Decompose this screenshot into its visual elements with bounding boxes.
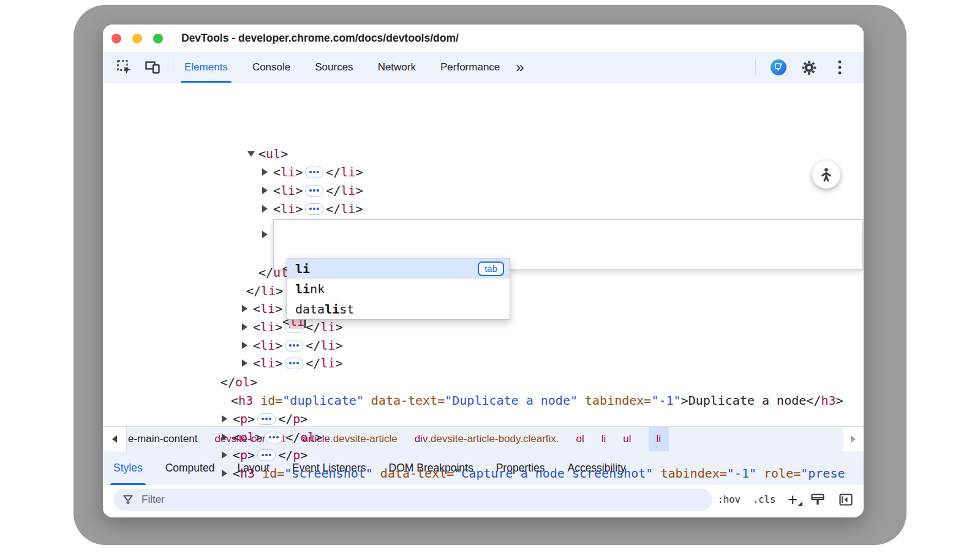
- autocomplete-item-datalist[interactable]: datalist: [287, 299, 510, 319]
- accessibility-person-icon: [818, 166, 835, 183]
- collapse-arrow-icon[interactable]: [247, 151, 255, 157]
- crumb-main-content[interactable]: e-main-content: [128, 427, 197, 451]
- crumb-div[interactable]: div.devsite-article-body.clearfix.: [415, 427, 559, 451]
- minimize-window-button[interactable]: [132, 34, 142, 43]
- tab-performance[interactable]: Performance: [440, 52, 500, 83]
- toggle-sidebar-icon[interactable]: [838, 492, 854, 508]
- expand-arrow-icon[interactable]: [222, 451, 227, 459]
- expand-arrow-icon[interactable]: [242, 323, 247, 331]
- chevron-right-icon: [851, 435, 856, 443]
- breadcrumb: e-main-content devsite-content article.d…: [103, 426, 864, 451]
- ellipsis-button[interactable]: [305, 167, 323, 178]
- tab-computed[interactable]: Computed: [165, 451, 215, 485]
- expand-arrow-icon[interactable]: [242, 342, 247, 349]
- autocomplete-item-link[interactable]: link: [287, 279, 510, 299]
- crumb-ul[interactable]: ul: [623, 427, 631, 451]
- chevron-left-icon: [112, 435, 117, 443]
- autocomplete-dropdown: li tab link datalist: [287, 258, 510, 320]
- expand-arrow-icon[interactable]: [242, 359, 247, 367]
- breadcrumb-scroll-right-button[interactable]: [843, 427, 864, 451]
- filter-field[interactable]: [113, 489, 712, 511]
- device-toolbar-icon[interactable]: [145, 59, 160, 75]
- autocomplete-item-li[interactable]: li tab: [287, 258, 510, 279]
- ai-assistant-icon[interactable]: [771, 59, 786, 75]
- toggle-element-state-button[interactable]: :hov: [718, 494, 741, 505]
- zoom-window-button[interactable]: [153, 34, 163, 43]
- window-controls: [111, 34, 163, 43]
- ellipsis-button[interactable]: [305, 185, 323, 197]
- kebab-menu-icon[interactable]: [832, 59, 848, 75]
- dom-row-li[interactable]: <li></li>: [262, 200, 363, 218]
- dom-row-ol[interactable]: <ol></ol>: [222, 428, 322, 446]
- tab-elements[interactable]: Elements: [184, 52, 228, 83]
- crumb-li[interactable]: li: [601, 427, 606, 451]
- close-window-button[interactable]: [111, 34, 121, 43]
- devtools-window: DevTools - developer.chrome.com/docs/dev…: [103, 24, 864, 517]
- dom-row-ol-close[interactable]: </ol>: [221, 373, 257, 391]
- tab-sources[interactable]: Sources: [315, 52, 353, 83]
- dom-row-h3-screenshot[interactable]: <h3 id="screenshot" data-text="Capture a…: [222, 464, 845, 483]
- ellipsis-button[interactable]: [257, 413, 276, 425]
- tab-network[interactable]: Network: [378, 52, 416, 83]
- dom-row-h3-duplicate[interactable]: <h3 id="duplicate" data-text="Duplicate …: [231, 391, 843, 410]
- tab-key-badge: tab: [478, 261, 504, 276]
- crumb-ol[interactable]: ol: [576, 427, 584, 451]
- toolbar-divider-right: [755, 59, 756, 75]
- styles-filter-bar: :hov .cls +: [103, 485, 864, 514]
- expand-arrow-icon[interactable]: [262, 205, 268, 212]
- dom-tree-panel: <ul> <li></li> <li></li> <li></li> <li>L…: [103, 83, 864, 426]
- element-classes-button[interactable]: .cls: [753, 494, 775, 505]
- crumb-li-selected[interactable]: li: [649, 427, 669, 451]
- window-title: DevTools - developer.chrome.com/docs/dev…: [181, 32, 459, 45]
- dom-row-li[interactable]: <li></li>: [262, 163, 363, 181]
- devtools-toolbar: Elements Console Sources Network Perform…: [103, 52, 864, 83]
- dom-row-ul-open[interactable]: <ul>: [247, 145, 288, 163]
- accessibility-overlay-button[interactable]: [812, 160, 840, 189]
- expand-arrow-icon[interactable]: [222, 415, 227, 423]
- dom-row-li[interactable]: <li></li>: [262, 181, 363, 200]
- ellipsis-button[interactable]: [265, 432, 283, 443]
- expand-arrow-icon[interactable]: [242, 305, 247, 312]
- settings-gear-icon[interactable]: [801, 59, 817, 75]
- ellipsis-button[interactable]: [305, 203, 323, 215]
- new-style-rule-button[interactable]: +: [788, 494, 797, 506]
- filter-input[interactable]: [140, 493, 704, 506]
- dom-row-li-close[interactable]: </li>: [246, 282, 283, 300]
- expand-arrow-icon[interactable]: [222, 434, 227, 441]
- rendering-emulation-icon[interactable]: [810, 492, 826, 508]
- more-tabs-icon[interactable]: »: [516, 59, 522, 76]
- dom-row-p[interactable]: <p></p>: [222, 410, 307, 428]
- tab-console[interactable]: Console: [252, 52, 290, 83]
- dom-row-p[interactable]: <p></p>: [222, 446, 307, 464]
- breadcrumb-scroll-left-button[interactable]: [103, 427, 127, 451]
- expand-arrow-icon[interactable]: [262, 187, 268, 194]
- dom-row-editing[interactable]: [262, 225, 273, 244]
- inspect-element-icon[interactable]: [116, 59, 132, 75]
- tab-styles[interactable]: Styles: [113, 451, 143, 485]
- expand-arrow-icon[interactable]: [222, 470, 227, 477]
- filter-funnel-icon: [122, 494, 134, 506]
- titlebar: DevTools - developer.chrome.com/docs/dev…: [103, 24, 864, 52]
- expand-arrow-icon[interactable]: [262, 168, 268, 176]
- ellipsis-button[interactable]: [257, 449, 276, 461]
- panel-tabs: Elements Console Sources Network Perform…: [184, 52, 500, 83]
- expand-arrow-icon[interactable]: [262, 231, 268, 238]
- toolbar-divider: [173, 59, 173, 75]
